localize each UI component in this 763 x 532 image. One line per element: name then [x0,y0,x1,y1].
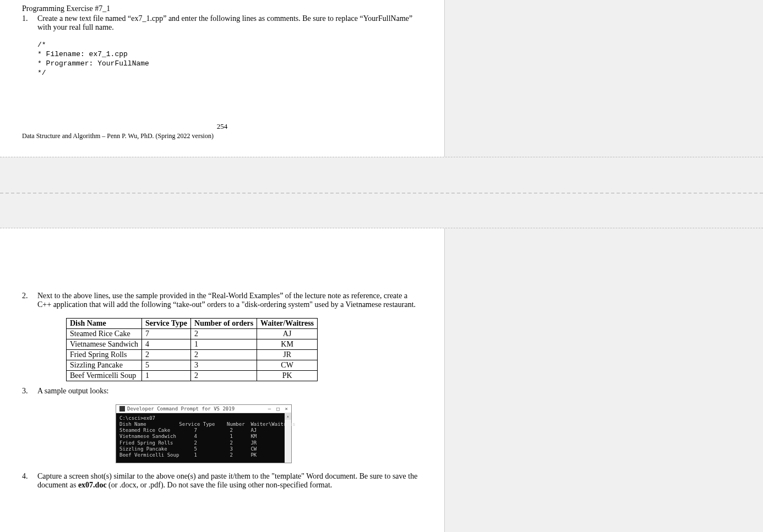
code-block: /* * Filename: ex7_1.cpp * Programmer: Y… [37,41,422,78]
cell-service: 4 [141,339,190,349]
orders-table: Dish Name Service Type Number of orders … [66,318,318,381]
cell-number: 2 [191,349,257,360]
cell-dish: Sizzling Pancake [67,360,142,370]
console-scrollbar[interactable]: ▴ [285,413,291,463]
minimize-icon[interactable]: – [268,406,271,412]
table-header-row: Dish Name Service Type Number of orders … [67,318,318,328]
cell-waiter: AJ [257,328,318,339]
cell-dish: Beef Vermicelli Soup [67,370,142,381]
item-number: 4. [22,472,37,490]
item-text: Capture a screen shot(s) similar to the … [37,472,422,490]
page-number: 254 [22,122,422,131]
maximize-icon[interactable]: □ [276,406,279,412]
item-text-part: (or .docx, or .pdf). Do not save the fil… [107,481,333,489]
table-row: Beef Vermicelli Soup12PK [67,370,318,381]
cell-waiter: PK [257,370,318,381]
item-number: 1. [22,14,37,32]
cell-service: 1 [141,370,190,381]
table-header: Dish Name [67,318,142,328]
cell-number: 3 [191,360,257,370]
document-page-bottom: 2. Next to the above lines, use the samp… [0,228,445,532]
console-title: Developer Command Prompt for VS 2019 [127,406,235,412]
table-row: Vietnamese Sandwich41KM [67,339,318,349]
cell-service: 2 [141,349,190,360]
scroll-up-icon[interactable]: ▴ [285,413,291,420]
item-text: Create a new text file named “ex7_1.cpp”… [37,14,422,32]
item-number: 2. [22,292,37,309]
cell-number: 2 [191,370,257,381]
cell-dish: Steamed Rice Cake [67,328,142,339]
page-separator [0,157,763,228]
table-header: Number of orders [191,318,257,328]
cell-service: 7 [141,328,190,339]
table-header: Service Type [141,318,190,328]
console-window: Developer Command Prompt for VS 2019 – □… [116,404,292,464]
console-icon [119,406,125,412]
cell-waiter: KM [257,339,318,349]
list-item: 4. Capture a screen shot(s) similar to t… [22,472,422,490]
item-text: Next to the above lines, use the sample … [37,292,422,309]
cell-waiter: CW [257,360,318,370]
page-footer: Data Structure and Algorithm – Penn P. W… [22,132,422,140]
list-item: 1. Create a new text file named “ex7_1.c… [22,14,422,32]
list-item: 3. A sample output looks: [22,387,422,396]
cell-number: 1 [191,339,257,349]
console-output: C:\csci>ex07 Dish Name Service Type Numb… [116,413,291,463]
cell-number: 2 [191,328,257,339]
console-titlebar: Developer Command Prompt for VS 2019 – □… [116,405,291,413]
table-row: Steamed Rice Cake72AJ [67,328,318,339]
cell-dish: Vietnamese Sandwich [67,339,142,349]
cell-waiter: JR [257,349,318,360]
bold-filename: ex07.doc [78,481,107,489]
table-header: Waiter/Waitress [257,318,318,328]
cell-dish: Fried Spring Rolls [67,349,142,360]
close-icon[interactable]: × [285,406,288,412]
exercise-title: Programming Exercise #7_1 [22,4,422,13]
item-text: A sample output looks: [37,387,422,396]
cell-service: 5 [141,360,190,370]
table-row: Fried Spring Rolls22JR [67,349,318,360]
item-number: 3. [22,387,37,396]
list-item: 2. Next to the above lines, use the samp… [22,292,422,309]
table-row: Sizzling Pancake53CW [67,360,318,370]
document-page-top: Programming Exercise #7_1 1. Create a ne… [0,0,445,157]
